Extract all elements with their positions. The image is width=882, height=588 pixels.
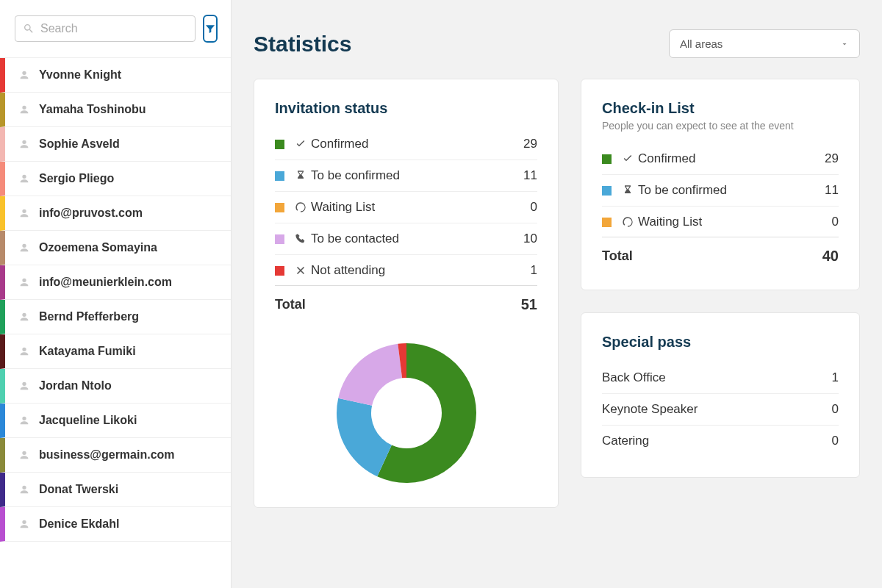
- person-icon: [18, 311, 30, 323]
- person-item[interactable]: Denice Ekdahl: [0, 507, 231, 542]
- person-item[interactable]: business@germain.com: [0, 438, 231, 473]
- stat-label: To be confirmed: [638, 183, 825, 198]
- special-pass-card: Special pass Back Office1Keynote Speaker…: [581, 312, 860, 478]
- stat-row: Waiting List0: [275, 192, 537, 223]
- invitation-donut-chart: [333, 340, 480, 487]
- invitation-status-title: Invitation status: [275, 100, 537, 117]
- person-name: Donat Twerski: [39, 483, 118, 496]
- person-name: Jordan Ntolo: [39, 379, 112, 392]
- page-title: Statistics: [254, 32, 351, 57]
- stat-row: Not attending1: [275, 255, 537, 286]
- person-item[interactable]: Sophie Asveld: [0, 127, 231, 162]
- stat-value: 1: [531, 263, 537, 278]
- search-row: [0, 0, 231, 58]
- person-item[interactable]: Yamaha Toshinobu: [0, 93, 231, 127]
- person-item[interactable]: Jacqueline Likoki: [0, 404, 231, 438]
- person-item[interactable]: Katayama Fumiki: [0, 334, 231, 369]
- color-square: [275, 266, 284, 276]
- stat-label: To be contacted: [311, 232, 523, 246]
- special-pass-row: Back Office1: [602, 362, 839, 394]
- sidebar: Yvonne KnightYamaha ToshinobuSophie Asve…: [0, 0, 232, 588]
- person-icon: [18, 207, 30, 219]
- color-square: [275, 234, 284, 244]
- stat-label: Not attending: [311, 263, 531, 278]
- person-item[interactable]: Yvonne Knight: [0, 58, 231, 93]
- person-name: Bernd Pfefferberg: [39, 310, 139, 323]
- person-item[interactable]: Donat Twerski: [0, 473, 231, 507]
- people-list[interactable]: Yvonne KnightYamaha ToshinobuSophie Asve…: [0, 58, 231, 588]
- person-icon: [18, 104, 30, 115]
- person-icon: [18, 415, 30, 426]
- color-square: [275, 203, 284, 212]
- stat-value: 29: [523, 137, 537, 151]
- person-icon: [18, 484, 30, 495]
- person-name: Yamaha Toshinobu: [39, 103, 146, 116]
- color-square: [602, 186, 612, 196]
- person-icon: [18, 276, 30, 288]
- person-name: info@meunierklein.com: [39, 276, 172, 289]
- x-icon: [295, 265, 306, 276]
- person-name: Katayama Fumiki: [39, 345, 136, 358]
- cards-row: Invitation status Confirmed29To be confi…: [254, 79, 860, 508]
- person-name: Denice Ekdahl: [39, 517, 119, 531]
- person-icon: [18, 380, 30, 392]
- stat-label: Waiting List: [311, 200, 531, 215]
- person-name: Yvonne Knight: [39, 68, 121, 82]
- donut-slice: [338, 344, 402, 406]
- search-box[interactable]: [15, 15, 196, 42]
- main-content: Statistics All areas Invitation status C…: [232, 0, 882, 588]
- color-square: [602, 218, 612, 227]
- stat-row: Confirmed29: [602, 143, 839, 175]
- checkin-subtitle: People you can expect to see at the even…: [602, 120, 839, 132]
- person-item[interactable]: info@meunierklein.com: [0, 265, 231, 300]
- stat-label: Confirmed: [638, 151, 825, 166]
- phone-icon: [295, 233, 306, 245]
- person-icon: [18, 518, 30, 530]
- hourglass-icon: [295, 170, 306, 182]
- special-pass-value: 0: [832, 402, 839, 417]
- filter-button[interactable]: [203, 15, 218, 43]
- checkin-title: Check-in List: [602, 100, 839, 117]
- person-name: business@germain.com: [39, 448, 175, 462]
- invitation-total-value: 51: [521, 296, 537, 313]
- person-item[interactable]: Jordan Ntolo: [0, 369, 231, 404]
- person-icon: [18, 449, 30, 461]
- invitation-total-label: Total: [275, 297, 306, 312]
- stat-row: To be confirmed11: [602, 175, 839, 207]
- person-name: Sophie Asveld: [39, 137, 120, 151]
- special-pass-row: Catering0: [602, 426, 839, 456]
- hourglass-icon: [622, 184, 634, 196]
- stat-row: To be confirmed11: [275, 160, 537, 192]
- invitation-total-row: Total 51: [275, 285, 537, 318]
- color-square: [275, 171, 284, 181]
- person-icon: [18, 345, 30, 357]
- checkin-list-card: Check-in List People you can expect to s…: [581, 79, 860, 290]
- check-icon: [295, 138, 306, 150]
- checkin-stat-list: Confirmed29To be confirmed11Waiting List…: [602, 143, 839, 237]
- stat-value: 0: [832, 215, 839, 229]
- stat-value: 11: [523, 168, 537, 183]
- stat-label: Confirmed: [311, 137, 523, 151]
- invitation-donut-wrap: [275, 318, 537, 487]
- invitation-status-card: Invitation status Confirmed29To be confi…: [254, 79, 559, 508]
- person-name: info@pruvost.com: [39, 207, 143, 220]
- person-item[interactable]: info@pruvost.com: [0, 196, 231, 231]
- person-name: Ozoemena Somayina: [39, 241, 157, 254]
- area-filter-select[interactable]: All areas: [669, 29, 860, 58]
- search-input[interactable]: [40, 22, 187, 35]
- special-pass-label: Keynote Speaker: [602, 402, 698, 417]
- person-item[interactable]: Sergio Pliego: [0, 162, 231, 196]
- person-icon: [18, 69, 30, 81]
- person-item[interactable]: Bernd Pfefferberg: [0, 300, 231, 334]
- check-icon: [622, 153, 634, 165]
- person-icon: [18, 173, 30, 184]
- special-pass-label: Catering: [602, 434, 649, 448]
- color-square: [602, 154, 612, 164]
- chevron-down-icon: [840, 40, 849, 49]
- stat-label: To be confirmed: [311, 168, 523, 183]
- stat-row: Confirmed29: [275, 129, 537, 160]
- special-pass-row: Keynote Speaker0: [602, 394, 839, 426]
- checkin-total-label: Total: [602, 248, 633, 264]
- stat-row: To be contacted10: [275, 223, 537, 255]
- person-item[interactable]: Ozoemena Somayina: [0, 231, 231, 265]
